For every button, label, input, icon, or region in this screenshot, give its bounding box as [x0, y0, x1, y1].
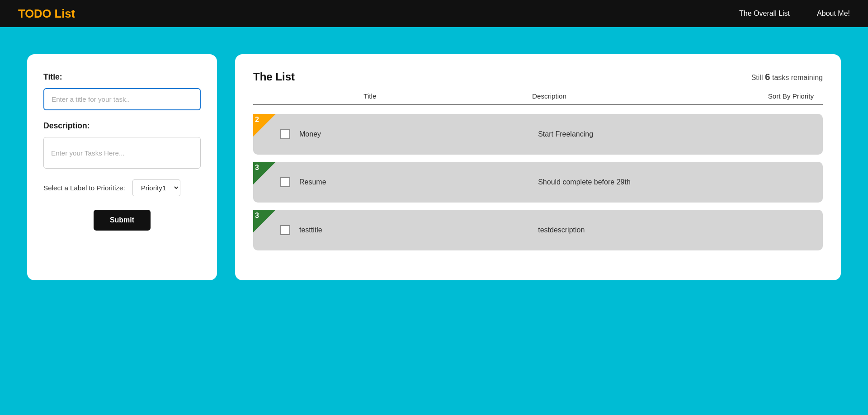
overall-list-link[interactable]: The Overall List [739, 9, 790, 18]
col-title: Title [280, 92, 460, 100]
form-panel: Title: Description: Select a Label to Pr… [27, 54, 217, 280]
submit-button[interactable]: Submit [94, 210, 151, 231]
task-list: 2 Money Start Freelancing 3 Resume Shoul… [253, 114, 823, 250]
title-input[interactable] [43, 88, 201, 110]
task-checkbox[interactable] [280, 177, 290, 187]
description-input[interactable] [43, 137, 201, 169]
task-checkbox[interactable] [280, 225, 290, 235]
brand-logo: TODO List [18, 7, 75, 20]
brand-list: List [55, 7, 75, 20]
priority-label: Select a Label to Prioritize: [43, 184, 125, 192]
task-title: Money [299, 130, 529, 138]
page-content: Title: Description: Select a Label to Pr… [0, 27, 868, 298]
priority-row: Select a Label to Prioritize: Priority1 … [43, 179, 201, 196]
task-description: testdescription [538, 226, 814, 234]
remaining-suffix: tasks remaining [770, 74, 823, 81]
list-panel: The List Still 6 tasks remaining Title D… [235, 54, 841, 280]
priority-number: 3 [255, 212, 259, 220]
task-item: 3 Resume Should complete before 29th [253, 162, 823, 203]
priority-select[interactable]: Priority1 Priority2 Priority3 [132, 179, 180, 196]
task-item: 3 testtitle testdescription [253, 210, 823, 250]
task-description: Start Freelancing [538, 130, 814, 138]
task-item: 2 Money Start Freelancing [253, 114, 823, 155]
task-checkbox[interactable] [280, 129, 290, 139]
col-description: Description [460, 92, 639, 100]
description-label: Description: [43, 121, 201, 131]
list-columns: Title Description Sort By Priority [253, 92, 823, 105]
description-group: Description: [43, 121, 201, 169]
priority-number: 2 [255, 116, 259, 124]
priority-number: 3 [255, 164, 259, 172]
remaining-count: 6 [765, 71, 770, 82]
tasks-remaining: Still 6 tasks remaining [751, 71, 823, 82]
nav-links: The Overall List About Me! [739, 9, 850, 18]
list-title: The List [253, 71, 295, 83]
title-label: Title: [43, 72, 201, 82]
task-title: testtitle [299, 226, 529, 234]
remaining-prefix: Still [751, 74, 765, 81]
navbar: TODO List The Overall List About Me! [0, 0, 868, 27]
task-description: Should complete before 29th [538, 178, 814, 186]
col-sort[interactable]: Sort By Priority [639, 92, 818, 100]
brand-todo: TODO [18, 7, 55, 20]
about-me-link[interactable]: About Me! [817, 9, 850, 18]
task-title: Resume [299, 178, 529, 186]
list-header: The List Still 6 tasks remaining [253, 71, 823, 83]
title-group: Title: [43, 72, 201, 110]
